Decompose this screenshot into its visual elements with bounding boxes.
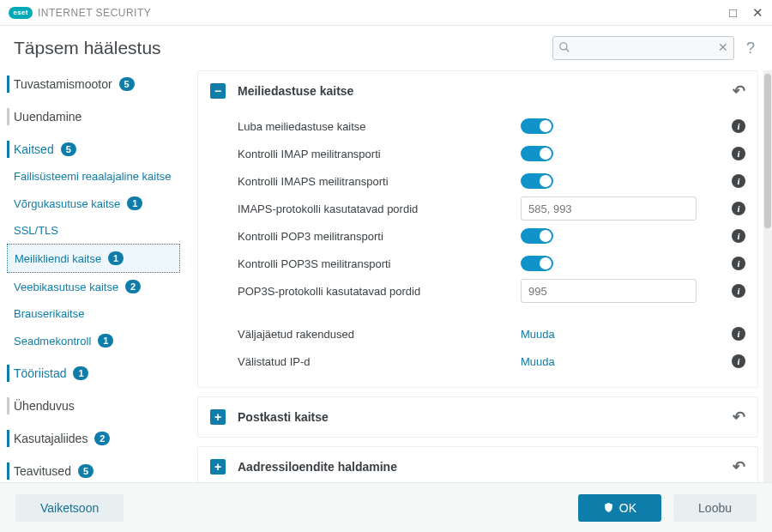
info-icon[interactable]: i (732, 119, 745, 133)
expand-icon[interactable]: + (210, 459, 226, 475)
ok-button-label: OK (619, 501, 636, 515)
main: Tuvastamismootor 5 Uuendamine Kaitsed 5 … (0, 70, 772, 510)
sidebar-item-label: Võrgukasutuse kaitse (14, 197, 120, 210)
toggle-imap[interactable] (521, 146, 553, 161)
sidebar-item-ssl-tls[interactable]: SSL/TLS (0, 217, 187, 244)
sidebar-item-device-control[interactable]: Seadmekontroll 1 (0, 327, 187, 354)
toggle-imaps[interactable] (521, 173, 553, 189)
sidebar-item-protections[interactable]: Kaitsed 5 (0, 136, 187, 163)
setting-check-pop3s: Kontrolli POP3S meilitransporti i (238, 250, 745, 277)
defaults-button[interactable]: Vaiketsoon (15, 494, 124, 522)
imaps-ports-input[interactable] (521, 196, 697, 221)
info-icon[interactable]: i (732, 174, 745, 188)
info-icon[interactable]: i (732, 257, 745, 270)
sidebar-item-notifications[interactable]: Teavitused 5 (0, 457, 187, 485)
info-icon[interactable]: i (732, 354, 745, 368)
help-icon[interactable]: ? (746, 39, 755, 57)
toggle-pop3[interactable] (521, 228, 553, 244)
content-area: − Meiliedastuse kaitse ↶ Luba meiliedast… (187, 70, 772, 510)
sidebar-item-mail-client-protection[interactable]: Meilikliendi kaitse 1 (7, 244, 180, 273)
svg-point-0 (560, 43, 567, 50)
badge: 2 (125, 280, 141, 293)
setting-check-pop3: Kontrolli POP3 meilitransporti i (238, 222, 745, 250)
expand-icon[interactable]: + (210, 409, 226, 425)
search-input[interactable] (552, 36, 734, 60)
badge: 2 (94, 432, 110, 445)
window-maximize-icon[interactable]: □ (729, 5, 737, 21)
badge: 1 (73, 366, 88, 380)
panel-address-lists: + Aadressiloendite haldamine ↶ (197, 446, 758, 487)
panel-header-mailbox[interactable]: + Postkasti kaitse ↶ (198, 397, 757, 437)
setting-excluded-apps: Väljajäetud rakendused Muuda i (238, 320, 745, 348)
badge: 5 (78, 464, 93, 478)
sidebar-item-label: Veebikasutuse kaitse (14, 281, 118, 293)
sidebar-item-ui[interactable]: Kasutajaliides 2 (0, 425, 187, 452)
panel-header-address-lists[interactable]: + Aadressiloendite haldamine ↶ (198, 447, 757, 487)
excluded-ips-link[interactable]: Muuda (521, 355, 555, 368)
sidebar-item-label: Uuendamine (14, 110, 81, 124)
sidebar-item-browser-protection[interactable]: Brauserikaitse (0, 300, 187, 327)
setting-enable-mail-protection: Luba meiliedastuse kaitse i (238, 112, 745, 140)
toggle-pop3s[interactable] (521, 256, 553, 271)
badge: 5 (119, 77, 135, 91)
sidebar-item-network-protection[interactable]: Võrgukasutuse kaitse 1 (0, 190, 187, 217)
sidebar-item-label: Ühenduvus (14, 399, 75, 413)
info-icon[interactable]: i (732, 327, 745, 341)
setting-imaps-ports: IMAPS-protokolli kasutatavad pordid i (238, 195, 745, 222)
panel-mailbox: + Postkasti kaitse ↶ (197, 396, 758, 438)
info-icon[interactable]: i (732, 229, 745, 243)
reset-icon[interactable]: ↶ (733, 82, 745, 100)
sidebar: Tuvastamismootor 5 Uuendamine Kaitsed 5 … (0, 70, 187, 510)
sidebar-item-tools[interactable]: Tööriistad 1 (0, 360, 187, 387)
sidebar-item-label: Tuvastamismootor (14, 77, 112, 91)
page-title: Täpsem häälestus (14, 38, 161, 58)
panel-title: Aadressiloendite haldamine (238, 460, 397, 474)
footer: Vaiketsoon OK Loobu (0, 482, 772, 532)
sidebar-item-label: Kasutajaliides (14, 432, 87, 445)
reset-icon[interactable]: ↶ (733, 457, 745, 476)
sidebar-item-web-protection[interactable]: Veebikasutuse kaitse 2 (0, 273, 187, 300)
sidebar-item-label: Meilikliendi kaitse (15, 252, 101, 265)
sidebar-item-label: Tööriistad (14, 366, 66, 380)
scrollbar-thumb[interactable] (764, 74, 771, 228)
panel-title: Postkasti kaitse (238, 410, 329, 424)
setting-label: Kontrolli IMAPS meilitransporti (238, 175, 521, 188)
ok-button[interactable]: OK (578, 494, 661, 522)
info-icon[interactable]: i (732, 284, 745, 298)
vertical-scrollbar[interactable] (763, 70, 772, 510)
setting-label: Kontrolli IMAP meilitransporti (238, 148, 521, 160)
cancel-button[interactable]: Loobu (673, 494, 757, 522)
info-icon[interactable]: i (732, 202, 745, 215)
sidebar-item-realtime-fs[interactable]: Failisüsteemi reaalajaline kaitse (0, 163, 187, 190)
panel-header-mail-relay[interactable]: − Meiliedastuse kaitse ↶ (198, 71, 757, 111)
logo-badge: eset (9, 7, 33, 19)
content-scroll[interactable]: − Meiliedastuse kaitse ↶ Luba meiliedast… (187, 70, 763, 510)
clear-icon[interactable]: ✕ (718, 40, 728, 54)
reset-icon[interactable]: ↶ (733, 408, 745, 426)
sidebar-item-label: Teavitused (14, 464, 71, 478)
shield-icon (603, 502, 614, 513)
setting-label: Kontrolli POP3S meilitransporti (238, 257, 521, 270)
search-wrap: ✕ (552, 36, 734, 60)
badge: 1 (127, 196, 142, 210)
title-bar: eset INTERNET SECURITY □ ✕ (0, 0, 772, 26)
pop3s-ports-input[interactable] (521, 279, 697, 303)
badge: 5 (61, 142, 76, 156)
sidebar-item-connectivity[interactable]: Ühenduvus (0, 392, 187, 420)
setting-pop3s-ports: POP3S-protokolli kasutatavad pordid i (238, 277, 745, 305)
setting-label: Väljajäetud rakendused (238, 328, 521, 341)
window-controls: □ ✕ (729, 5, 763, 21)
svg-line-1 (566, 49, 570, 52)
info-icon[interactable]: i (732, 147, 745, 160)
search-icon (558, 41, 570, 56)
setting-excluded-ips: Välistatud IP-d Muuda i (238, 348, 745, 375)
excluded-apps-link[interactable]: Muuda (521, 328, 555, 341)
sidebar-item-label: SSL/TLS (14, 224, 58, 237)
sidebar-item-label: Brauserikaitse (14, 307, 84, 320)
sidebar-item-update[interactable]: Uuendamine (0, 103, 187, 130)
collapse-icon[interactable]: − (210, 83, 226, 99)
window-close-icon[interactable]: ✕ (752, 5, 763, 21)
panel-title: Meiliedastuse kaitse (238, 84, 353, 98)
sidebar-item-detection-engine[interactable]: Tuvastamismootor 5 (0, 70, 187, 98)
toggle-enable-mail[interactable] (521, 118, 553, 134)
